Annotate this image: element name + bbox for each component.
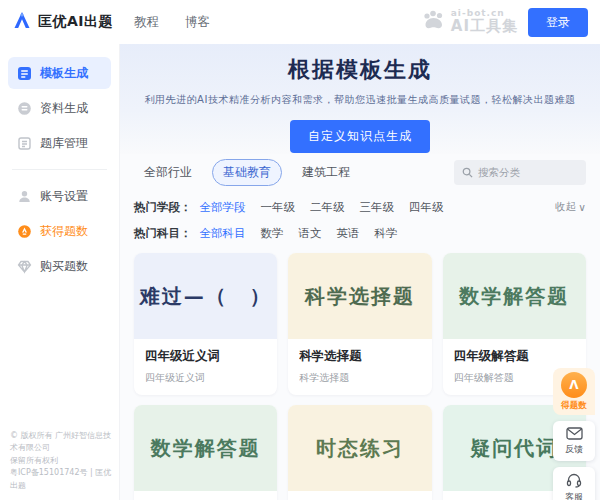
sidebar-item-material-generate[interactable]: 资料生成 [8, 92, 111, 124]
template-card[interactable]: 难过—（ ） 四年级近义词 四年级近义词 [134, 253, 277, 395]
card-subtitle: 科学选择题 [299, 371, 420, 385]
template-card[interactable]: 数学解答题 三年级解答题 [134, 405, 277, 500]
page-title: 根据模板生成 [120, 55, 600, 85]
feedback-label: 反馈 [553, 443, 595, 456]
paw-icon [421, 9, 447, 35]
user-icon [17, 189, 32, 204]
filter-option-chinese[interactable]: 语文 [299, 226, 322, 241]
tab-all-industries[interactable]: 全部行业 [134, 160, 202, 185]
sidebar-item-earn-questions[interactable]: 获得题数 [8, 215, 111, 247]
template-card[interactable]: 时态练习 三年级英语时态练习 [288, 405, 431, 500]
copyright-line1: © 版权所有 广州好智信息技术有限公司 [10, 430, 115, 455]
customer-service-label: 客服 [553, 491, 595, 500]
sidebar-item-label: 题库管理 [40, 135, 88, 152]
customer-service-button[interactable]: 客服 [553, 467, 595, 500]
feedback-button[interactable]: 反馈 [553, 421, 595, 461]
filter-section: 热门学段： 全部学段 一年级 二年级 三年级 四年级 收起∨ 热门科目： 全部科… [120, 190, 600, 248]
filter-option-math[interactable]: 数学 [261, 226, 284, 241]
filter-option-grade3[interactable]: 三年级 [360, 200, 395, 215]
database-icon [17, 136, 32, 151]
main-content: 根据模板生成 利用先进的AI技术精准分析内容和需求，帮助您迅速批量生成高质量试题… [120, 44, 600, 500]
template-card-grid: 难过—（ ） 四年级近义词 四年级近义词 科学选择题 科学选择题 科学选择题 数… [120, 248, 600, 500]
card-title: 四年级解答题 [454, 348, 575, 365]
earn-questions-float-button[interactable]: Λ 得题数 [553, 368, 595, 415]
filter-option-all-grades[interactable]: 全部学段 [200, 200, 246, 215]
card-preview: 科学选择题 [288, 253, 431, 339]
hero-section: 根据模板生成 利用先进的AI技术精准分析内容和需求，帮助您迅速批量生成高质量试题… [120, 44, 600, 154]
copyright-line2: 保留所有权利 [10, 455, 115, 467]
sidebar-item-label: 模板生成 [40, 65, 88, 82]
card-preview: 难过—（ ） [134, 253, 277, 339]
document-circle-icon [17, 101, 32, 116]
sidebar-item-template-generate[interactable]: 模板生成 [8, 57, 111, 89]
sidebar-item-label: 购买题数 [40, 258, 88, 275]
logo-icon [12, 10, 32, 34]
sidebar-item-account-settings[interactable]: 账号设置 [8, 180, 111, 212]
page-subtitle: 利用先进的AI技术精准分析内容和需求，帮助您迅速批量生成高质量试题，轻松解决出题… [120, 93, 600, 107]
nav-tutorial[interactable]: 教程 [134, 14, 159, 31]
card-subtitle: 四年级近义词 [145, 371, 266, 385]
watermark-line2: AI工具集 [451, 19, 518, 35]
top-header: 匡优AI出题 教程 博客 ai-bot.cn AI工具集 登录 [0, 0, 600, 44]
filter-label: 热门科目： [134, 226, 192, 241]
sidebar-item-buy-questions[interactable]: 购买题数 [8, 250, 111, 282]
sidebar-divider [12, 169, 107, 170]
earn-questions-label: 得题数 [555, 400, 593, 412]
floating-action-bar: Λ 得题数 反馈 客服 [553, 368, 595, 500]
industry-tabs: 全部行业 基础教育 建筑工程 [120, 154, 600, 190]
filter-label: 热门学段： [134, 200, 192, 215]
sidebar-item-label: 账号设置 [40, 188, 88, 205]
chevron-down-icon: ∨ [578, 201, 586, 213]
ai-coin-icon: Λ [561, 372, 587, 398]
diamond-icon [17, 259, 32, 274]
sidebar-footer: © 版权所有 广州好智信息技术有限公司 保留所有权利 粤ICP备15101742… [10, 430, 115, 492]
envelope-icon [553, 427, 595, 440]
filter-option-grade2[interactable]: 二年级 [310, 200, 345, 215]
sidebar-item-label: 获得题数 [40, 223, 88, 240]
filter-option-grade4[interactable]: 四年级 [409, 200, 444, 215]
icp-line: 粤ICP备15101742号 | 匡优出题 [10, 467, 115, 492]
card-preview: 时态练习 [288, 405, 431, 491]
nav-blog[interactable]: 博客 [185, 14, 210, 31]
card-title: 科学选择题 [299, 348, 420, 365]
template-card[interactable]: 科学选择题 科学选择题 科学选择题 [288, 253, 431, 395]
sidebar-item-question-bank[interactable]: 题库管理 [8, 127, 111, 159]
filter-option-grade1[interactable]: 一年级 [261, 200, 296, 215]
sidebar: 模板生成 资料生成 题库管理 账号设置 获得题数 购买题数 © 版权所有 广州好… [0, 44, 120, 500]
search-input[interactable] [478, 166, 578, 178]
tab-basic-education[interactable]: 基础教育 [212, 159, 282, 186]
app-title: 匡优AI出题 [38, 13, 113, 31]
card-title: 四年级近义词 [145, 348, 266, 365]
sidebar-item-label: 资料生成 [40, 100, 88, 117]
watermark: ai-bot.cn AI工具集 [421, 9, 518, 35]
collapse-toggle[interactable]: 收起∨ [555, 200, 586, 214]
filter-row-grade: 热门学段： 全部学段 一年级 二年级 三年级 四年级 收起∨ [134, 194, 586, 220]
template-icon [17, 66, 32, 81]
custom-knowledge-generate-button[interactable]: 自定义知识点生成 [290, 120, 430, 153]
filter-option-english[interactable]: 英语 [337, 226, 360, 241]
tab-construction[interactable]: 建筑工程 [292, 160, 360, 185]
app-logo[interactable]: 匡优AI出题 [12, 10, 120, 34]
coin-icon [17, 224, 32, 239]
card-preview: 数学解答题 [134, 405, 277, 491]
search-category-box[interactable] [454, 160, 586, 185]
card-preview: 数学解答题 [443, 253, 586, 339]
top-nav: 教程 博客 [134, 14, 210, 31]
headset-icon [553, 473, 595, 488]
catalog-panel: 全部行业 基础教育 建筑工程 热门学段： 全部学段 一年级 二年级 三年级 四年… [120, 154, 600, 500]
filter-option-science[interactable]: 科学 [375, 226, 398, 241]
filter-option-all-subjects[interactable]: 全部科目 [200, 226, 246, 241]
filter-row-subject: 热门科目： 全部科目 数学 语文 英语 科学 [134, 220, 586, 246]
login-button[interactable]: 登录 [528, 8, 588, 37]
search-icon [462, 163, 473, 182]
